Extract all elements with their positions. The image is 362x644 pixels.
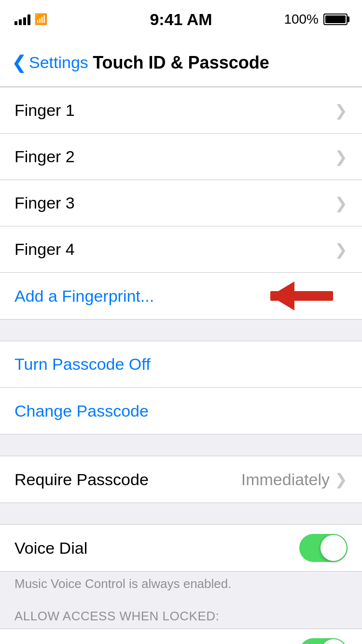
finger-2-label: Finger 2 [14, 147, 75, 166]
voice-dial-knob [320, 535, 347, 561]
page-title: Touch ID & Passcode [93, 53, 269, 73]
finger-3-chevron-icon: ❯ [334, 194, 348, 212]
fingerprints-section: Finger 1 ❯ Finger 2 ❯ Finger 3 ❯ Finger … [0, 87, 362, 320]
voice-dial-label: Voice Dial [14, 539, 87, 558]
gap-2 [0, 434, 362, 456]
require-passcode-chevron-icon: ❯ [334, 470, 348, 489]
voice-dial-sublabel: Music Voice Control is always enabled. [0, 572, 362, 600]
change-passcode-item[interactable]: Change Passcode [0, 388, 362, 434]
voice-dial-toggle[interactable] [299, 534, 348, 562]
today-view-knob [320, 639, 347, 644]
battery-icon [323, 14, 348, 25]
voice-dial-item[interactable]: Voice Dial [0, 525, 362, 571]
add-fingerprint-wrapper: Add a Fingerprint... [0, 273, 362, 319]
finger-3-label: Finger 3 [14, 194, 75, 212]
finger-4-item[interactable]: Finger 4 ❯ [0, 226, 362, 273]
finger-1-item[interactable]: Finger 1 ❯ [0, 87, 362, 134]
back-label: Settings [29, 53, 88, 72]
turn-passcode-off-item[interactable]: Turn Passcode Off [0, 341, 362, 388]
require-passcode-item[interactable]: Require Passcode Immediately ❯ [0, 456, 362, 503]
turn-passcode-off-label: Turn Passcode Off [14, 355, 151, 374]
gap-3 [0, 503, 362, 524]
status-right: 100% [284, 12, 348, 27]
require-passcode-value: Immediately [241, 470, 330, 489]
today-view-toggle[interactable] [299, 638, 348, 644]
change-passcode-label: Change Passcode [14, 402, 149, 420]
status-time: 9:41 AM [150, 10, 212, 29]
allow-access-header: ALLOW ACCESS WHEN LOCKED: [0, 600, 362, 629]
voice-dial-section: Voice Dial [0, 524, 362, 572]
finger-4-chevron-icon: ❯ [334, 240, 348, 259]
status-left: 📶 [14, 13, 47, 26]
finger-3-item[interactable]: Finger 3 ❯ [0, 180, 362, 226]
finger-2-item[interactable]: Finger 2 ❯ [0, 134, 362, 180]
today-view-item[interactable]: Today View [0, 629, 362, 644]
finger-1-chevron-icon: ❯ [334, 101, 348, 120]
add-fingerprint-item[interactable]: Add a Fingerprint... [0, 273, 362, 319]
wifi-icon: 📶 [34, 13, 47, 26]
gap-1 [0, 320, 362, 341]
finger-2-chevron-icon: ❯ [334, 148, 348, 166]
status-bar: 📶 9:41 AM 100% [0, 0, 362, 39]
signal-icon [14, 14, 30, 25]
today-view-section: Today View [0, 629, 362, 644]
finger-4-label: Finger 4 [14, 240, 75, 259]
nav-bar: ❮ Settings Touch ID & Passcode [0, 39, 362, 87]
finger-1-label: Finger 1 [14, 101, 75, 120]
require-passcode-label: Require Passcode [14, 470, 149, 489]
require-passcode-section: Require Passcode Immediately ❯ [0, 456, 362, 503]
battery-percentage: 100% [284, 12, 319, 27]
add-fingerprint-label: Add a Fingerprint... [14, 287, 154, 306]
require-passcode-right: Immediately ❯ [241, 470, 348, 489]
back-chevron-icon: ❮ [12, 53, 27, 71]
battery-fill [325, 15, 346, 23]
passcode-section: Turn Passcode Off Change Passcode [0, 341, 362, 434]
back-button[interactable]: ❮ Settings [12, 53, 88, 72]
